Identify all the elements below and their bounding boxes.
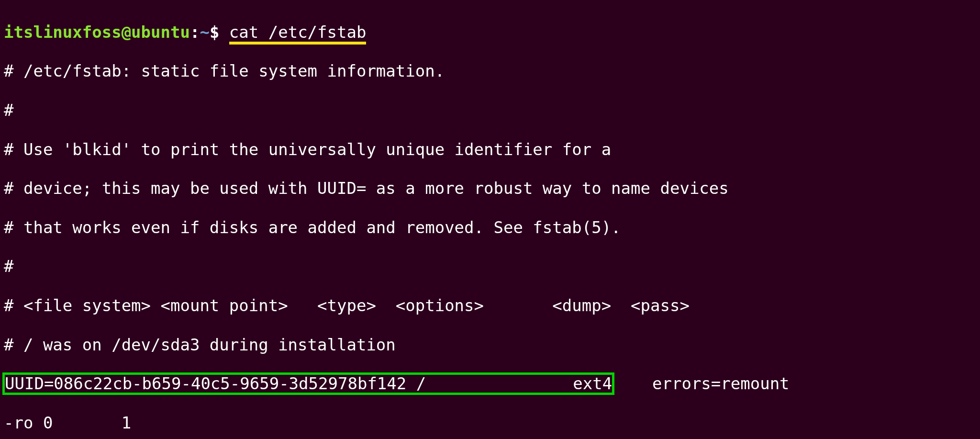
output-line: # xyxy=(4,257,976,276)
command-text: cat /etc/fstab xyxy=(229,23,367,45)
output-line: # <file system> <mount point> <type> <op… xyxy=(4,296,976,315)
prompt-dollar: $ xyxy=(210,23,229,42)
output-line: # / was on /dev/sda3 during installation xyxy=(4,335,976,355)
prompt-line-1[interactable]: itslinuxfoss@ubuntu:~$ cat /etc/fstab xyxy=(4,23,976,42)
prompt-sep: : xyxy=(190,23,200,42)
prompt-user: itslinuxfoss@ubuntu xyxy=(4,23,190,42)
output-line: -ro 0 1 xyxy=(4,413,976,433)
uuid1-rest: errors=remount xyxy=(613,374,789,393)
output-line: # xyxy=(4,101,976,120)
output-line: # Use 'blkid' to print the universally u… xyxy=(4,140,976,159)
uuid1-highlight: UUID=086c22cb-b659-40c5-9659-3d52978bf14… xyxy=(4,374,613,394)
prompt-path: ~ xyxy=(200,23,209,42)
output-line: # that works even if disks are added and… xyxy=(4,218,976,237)
output-line: # device; this may be used with UUID= as… xyxy=(4,179,976,198)
output-line: UUID=086c22cb-b659-40c5-9659-3d52978bf14… xyxy=(4,374,976,394)
terminal-window[interactable]: itslinuxfoss@ubuntu:~$ cat /etc/fstab # … xyxy=(0,0,980,439)
output-line: # /etc/fstab: static file system informa… xyxy=(4,61,976,81)
